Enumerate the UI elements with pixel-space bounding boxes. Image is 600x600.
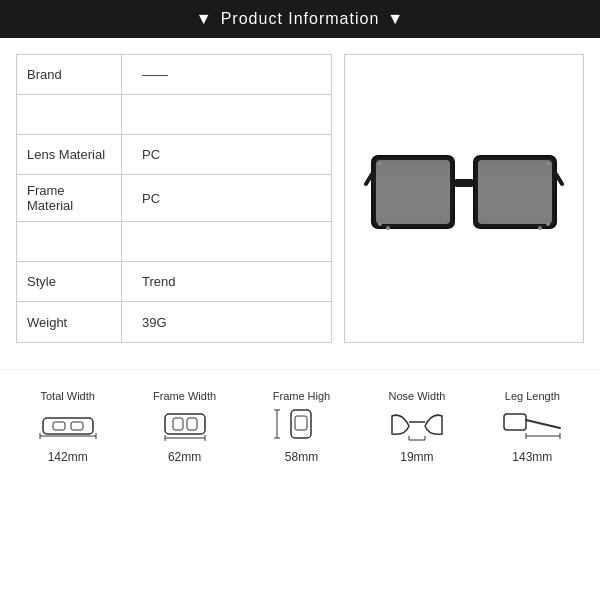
- table-row: Frame Material PC: [17, 175, 331, 222]
- dim-frame-high: Frame High 58mm: [271, 390, 331, 464]
- svg-point-11: [546, 222, 550, 226]
- svg-rect-19: [165, 414, 205, 434]
- dim-nose-width: Nose Width 19mm: [387, 390, 447, 464]
- dim-nose-width-label: Nose Width: [388, 390, 445, 402]
- leg-length-icon: [502, 408, 562, 444]
- svg-point-10: [546, 162, 550, 166]
- dim-frame-width-value: 62mm: [168, 450, 201, 464]
- dim-total-width-label: Total Width: [40, 390, 94, 402]
- table-row: Style Trend: [17, 262, 331, 302]
- dim-total-width-value: 142mm: [48, 450, 88, 464]
- table-cell-label: Style: [17, 262, 122, 301]
- dim-total-width: Total Width 142mm: [38, 390, 98, 464]
- dim-leg-length: Leg Length 143mm: [502, 390, 562, 464]
- dim-leg-length-label: Leg Length: [505, 390, 560, 402]
- table-cell-label: [17, 95, 122, 134]
- nose-width-icon: [387, 408, 447, 444]
- table-cell-value: PC: [122, 135, 331, 174]
- total-width-icon: [38, 408, 98, 444]
- table-row: [17, 95, 331, 135]
- table-cell-label: Brand: [17, 55, 122, 94]
- svg-rect-15: [71, 422, 83, 430]
- header-title: Product Information: [221, 10, 380, 28]
- main-content: Brand —— Lens Material PC Frame Material…: [0, 38, 600, 359]
- table-cell-label: Frame Material: [17, 175, 122, 221]
- dim-nose-width-value: 19mm: [400, 450, 433, 464]
- svg-point-9: [386, 226, 390, 230]
- table-cell-value: Trend: [122, 262, 331, 301]
- table-cell-value: [122, 95, 331, 134]
- svg-point-12: [538, 226, 542, 230]
- svg-rect-26: [295, 416, 307, 430]
- svg-rect-14: [53, 422, 65, 430]
- svg-point-7: [378, 162, 382, 166]
- info-table: Brand —— Lens Material PC Frame Material…: [16, 54, 332, 343]
- table-cell-label: [17, 222, 122, 261]
- svg-rect-25: [291, 410, 311, 438]
- dim-frame-high-label: Frame High: [273, 390, 330, 402]
- svg-rect-13: [43, 418, 93, 434]
- dim-frame-width-label: Frame Width: [153, 390, 216, 402]
- table-row: Weight 39G: [17, 302, 331, 342]
- svg-point-8: [378, 222, 382, 226]
- frame-high-icon: [271, 408, 331, 444]
- table-cell-label: Lens Material: [17, 135, 122, 174]
- svg-line-35: [526, 420, 560, 428]
- svg-rect-34: [504, 414, 526, 430]
- svg-rect-4: [454, 179, 474, 187]
- svg-rect-20: [173, 418, 183, 430]
- table-cell-value: PC: [122, 175, 331, 221]
- table-row: [17, 222, 331, 262]
- svg-rect-1: [376, 160, 450, 224]
- svg-rect-3: [478, 160, 552, 224]
- table-row: Lens Material PC: [17, 135, 331, 175]
- header-arrow-left: ▼: [196, 10, 213, 28]
- header-arrow-right: ▼: [387, 10, 404, 28]
- dim-frame-high-value: 58mm: [285, 450, 318, 464]
- dim-frame-width: Frame Width 62mm: [153, 390, 216, 464]
- sunglasses-image: [364, 139, 564, 259]
- svg-rect-21: [187, 418, 197, 430]
- frame-width-icon: [155, 408, 215, 444]
- table-cell-value: 39G: [122, 302, 331, 342]
- table-cell-value: ——: [122, 55, 331, 94]
- table-cell-value: [122, 222, 331, 261]
- page-header: ▼ Product Information ▼: [0, 0, 600, 38]
- table-cell-label: Weight: [17, 302, 122, 342]
- dim-leg-length-value: 143mm: [512, 450, 552, 464]
- dimensions-section: Total Width 142mm Frame Width 62mm Frame…: [0, 369, 600, 474]
- table-row: Brand ——: [17, 55, 331, 95]
- product-image-box: [344, 54, 584, 343]
